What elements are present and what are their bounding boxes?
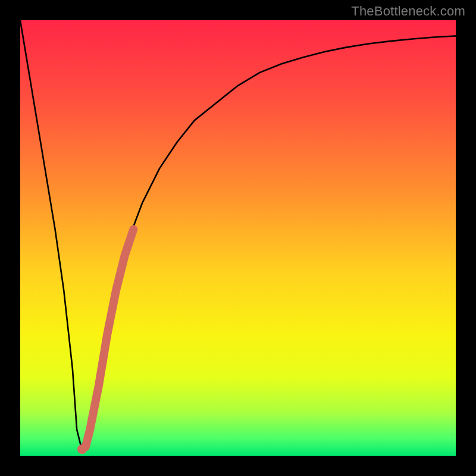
attribution-text: TheBottleneck.com xyxy=(351,4,465,19)
chart-frame: TheBottleneck.com xyxy=(0,0,476,476)
plot-area xyxy=(20,20,456,456)
highlight-anchor-dot xyxy=(77,444,87,454)
bottleneck-chart xyxy=(20,20,456,456)
